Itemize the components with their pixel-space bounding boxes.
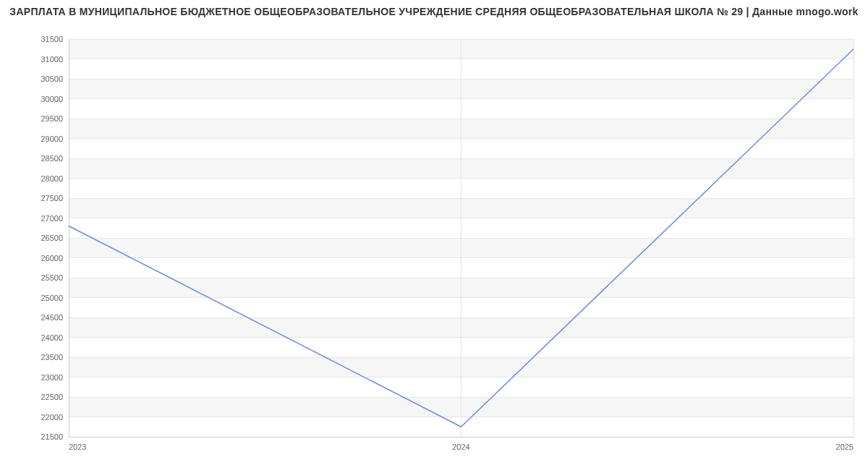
y-tick-label: 27000 — [41, 214, 63, 223]
x-tick-label: 2025 — [836, 443, 854, 451]
y-tick-label: 25000 — [41, 294, 63, 302]
y-tick-label: 22000 — [41, 413, 63, 422]
chart-svg: 2150022000225002300023500240002450025000… — [0, 17, 868, 466]
y-tick-label: 23500 — [41, 353, 63, 362]
y-tick-label: 29000 — [41, 134, 63, 143]
chart-area: 2150022000225002300023500240002450025000… — [0, 17, 868, 466]
y-tick-label: 29500 — [41, 114, 63, 123]
y-tick-label: 31000 — [41, 55, 63, 64]
y-tick-label: 27500 — [41, 194, 63, 202]
y-tick-label: 26000 — [41, 254, 63, 262]
y-tick-label: 24500 — [41, 313, 63, 322]
y-tick-label: 28500 — [41, 154, 63, 163]
chart-title: ЗАРПЛАТА В МУНИЦИПАЛЬНОЕ БЮДЖЕТНОЕ ОБЩЕО… — [0, 0, 868, 17]
x-tick-label: 2024 — [452, 443, 469, 451]
y-tick-label: 22500 — [41, 393, 63, 401]
y-tick-label: 26500 — [41, 234, 63, 242]
y-tick-label: 31500 — [41, 35, 63, 43]
y-tick-label: 25500 — [41, 273, 63, 282]
y-tick-label: 24000 — [41, 333, 63, 342]
y-tick-label: 30500 — [41, 74, 63, 83]
y-tick-label: 23000 — [41, 373, 63, 382]
y-tick-label: 21500 — [41, 432, 63, 441]
y-tick-label: 28000 — [41, 174, 63, 183]
x-tick-label: 2023 — [69, 443, 86, 451]
y-tick-label: 30000 — [41, 95, 63, 103]
